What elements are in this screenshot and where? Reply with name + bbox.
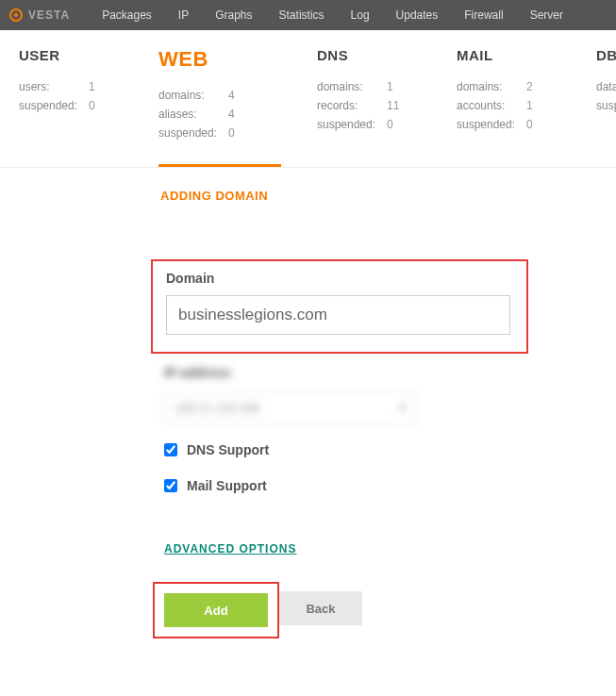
domain-input[interactable] xyxy=(166,295,510,335)
nav-firewall[interactable]: Firewall xyxy=(451,8,516,22)
dns-support-row: DNS Support xyxy=(164,442,528,457)
mail-support-row: Mail Support xyxy=(164,478,528,493)
stats-row: USER users:1 suspended:0 WEB domains:4 a… xyxy=(0,30,616,168)
ip-value: 188.31.193.388 xyxy=(175,401,259,415)
vesta-logo-icon xyxy=(9,8,23,22)
mail-support-label: Mail Support xyxy=(187,478,267,493)
add-button[interactable]: Add xyxy=(164,593,268,627)
mail-support-checkbox[interactable] xyxy=(164,479,177,492)
advanced-options-link[interactable]: ADVANCED OPTIONS xyxy=(164,542,296,555)
nav-packages[interactable]: Packages xyxy=(89,8,165,22)
nav-log[interactable]: Log xyxy=(338,8,383,22)
stats-user[interactable]: USER users:1 suspended:0 xyxy=(19,47,123,167)
nav-server[interactable]: Server xyxy=(517,8,576,22)
back-button[interactable]: Back xyxy=(279,591,362,625)
nav-statistics[interactable]: Statistics xyxy=(266,8,338,22)
dns-support-label: DNS Support xyxy=(187,442,269,457)
stats-dns[interactable]: DNS domains:1 records:11 suspended:0 xyxy=(317,47,421,167)
stats-title: USER xyxy=(19,47,123,63)
ip-select[interactable]: 188.31.193.388 xyxy=(164,391,417,423)
chevron-down-icon xyxy=(399,406,407,410)
ip-label: IP address xyxy=(164,365,528,380)
button-row: Add Back xyxy=(151,582,528,638)
stats-mail[interactable]: MAIL domains:2 accounts:1 suspended:0 xyxy=(457,47,560,167)
page-heading: ADDING DOMAIN xyxy=(0,168,616,203)
form-area: Domain IP address 188.31.193.388 DNS Sup… xyxy=(0,203,528,638)
stats-title: WEB xyxy=(158,47,281,72)
nav-updates[interactable]: Updates xyxy=(383,8,452,22)
stats-web[interactable]: WEB domains:4 aliases:4 suspended:0 xyxy=(158,47,281,167)
stats-db[interactable]: DB databases: suspended: xyxy=(596,47,616,167)
nav-graphs[interactable]: Graphs xyxy=(202,8,265,22)
nav-ip[interactable]: IP xyxy=(165,8,202,22)
stats-title: DNS xyxy=(317,47,421,63)
stats-title: DB xyxy=(596,47,616,63)
dns-support-checkbox[interactable] xyxy=(164,443,177,456)
stats-title: MAIL xyxy=(457,47,560,63)
logo-text: VESTA xyxy=(28,8,70,22)
domain-highlight: Domain xyxy=(151,259,528,354)
logo[interactable]: VESTA xyxy=(9,8,70,22)
add-highlight: Add xyxy=(153,582,279,638)
domain-label: Domain xyxy=(166,271,513,286)
topnav: VESTA Packages IP Graphs Statistics Log … xyxy=(0,0,616,30)
